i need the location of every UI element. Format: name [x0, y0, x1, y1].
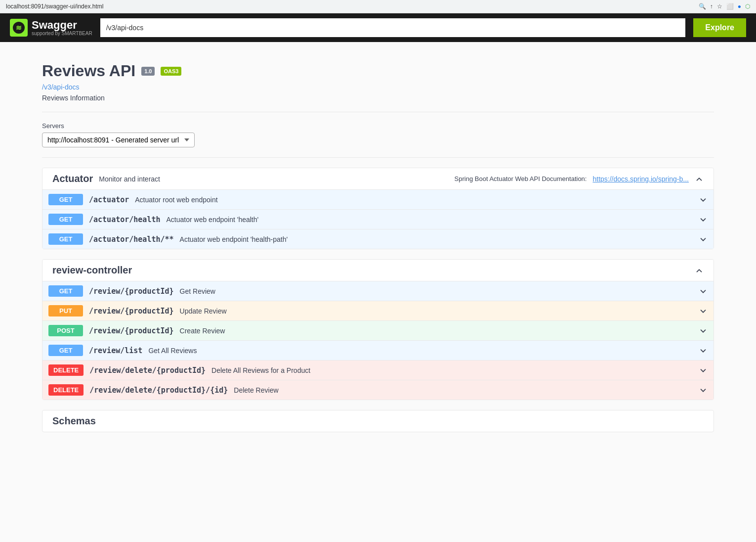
review-method-get-0: GET: [48, 285, 83, 297]
review-chevron-row-5: [699, 386, 708, 395]
endpoint-chevron-0: [699, 195, 708, 204]
review-right: [695, 266, 704, 275]
review-path-0: /review/{productId}: [89, 287, 174, 296]
api-docs-link[interactable]: /v3/api-docs: [42, 83, 79, 91]
browser-url: localhost:8091/swagger-ui/index.html: [6, 3, 695, 10]
api-url-input[interactable]: [100, 18, 686, 37]
review-summary-4: Delete All Reviews for a Product: [211, 366, 310, 374]
schemas-section[interactable]: Schemas: [42, 410, 714, 432]
swagger-header: ≋ Swagger supported by SMARTBEAR Explore: [0, 13, 756, 42]
review-summary-1: Update Review: [180, 307, 227, 315]
actuator-group-header[interactable]: Actuator Monitor and interact Spring Boo…: [42, 168, 714, 189]
method-badge-get-0: GET: [48, 194, 83, 205]
api-title-section: Reviews API 1.0 OAS3 /v3/api-docs Review…: [42, 52, 714, 112]
api-title: Reviews API: [42, 62, 135, 80]
endpoint-summary-2: Actuator web endpoint 'health-path': [180, 235, 288, 243]
swagger-logo-text: Swagger supported by SMARTBEAR: [32, 20, 92, 36]
review-summary-5: Delete Review: [234, 386, 278, 394]
actuator-desc: Monitor and interact: [99, 175, 160, 183]
share-icon[interactable]: ↑: [710, 3, 713, 10]
endpoint-path-2: /actuator/health/**: [89, 235, 174, 244]
review-controller-header[interactable]: review-controller: [42, 260, 714, 281]
endpoint-summary-1: Actuator web endpoint 'health': [167, 216, 259, 224]
actuator-title-row: Actuator Monitor and interact: [52, 173, 160, 184]
api-info-text: Reviews Information: [42, 94, 714, 102]
review-endpoint-row-1[interactable]: PUT /review/{productId} Update Review: [42, 301, 714, 320]
review-chevron-row-4: [699, 366, 708, 375]
actuator-chevron-up-icon: [695, 175, 704, 183]
servers-section: Servers http://localhost:8091 - Generate…: [42, 122, 714, 147]
review-method-delete-5: DELETE: [48, 384, 84, 396]
review-path-1: /review/{productId}: [89, 307, 174, 316]
actuator-right: Spring Boot Actuator Web API Documentati…: [455, 175, 704, 183]
review-endpoint-row-0[interactable]: GET /review/{productId} Get Review: [42, 281, 714, 301]
review-method-post-2: POST: [48, 325, 83, 336]
menu-icon[interactable]: ⬡: [745, 3, 750, 10]
actuator-endpoint-row-0[interactable]: GET /actuator Actuator root web endpoint: [42, 189, 714, 209]
review-path-4: /review/delete/{productId}: [89, 366, 206, 375]
browser-bar: localhost:8091/swagger-ui/index.html 🔍 ↑…: [0, 0, 756, 13]
review-endpoint-row-5[interactable]: DELETE /review/delete/{productId}/{id} D…: [42, 380, 714, 400]
review-endpoint-row-3[interactable]: GET /review/list Get All Reviews: [42, 340, 714, 360]
review-method-get-3: GET: [48, 345, 83, 356]
star-icon[interactable]: ☆: [717, 3, 722, 10]
swagger-logo-name: Swagger: [32, 20, 92, 31]
explore-button[interactable]: Explore: [693, 18, 746, 37]
actuator-title: Actuator: [52, 173, 93, 184]
oas3-badge: OAS3: [161, 67, 181, 76]
endpoint-summary-0: Actuator root web endpoint: [135, 196, 217, 204]
main-content: Reviews API 1.0 OAS3 /v3/api-docs Review…: [32, 42, 724, 452]
review-summary-2: Create Review: [180, 327, 225, 335]
extension-icon[interactable]: ⬜: [726, 3, 734, 10]
profile-icon[interactable]: ●: [738, 3, 741, 10]
servers-label: Servers: [42, 122, 714, 130]
review-method-put-1: PUT: [48, 305, 83, 316]
review-path-3: /review/list: [89, 346, 142, 355]
actuator-spring-text: Spring Boot Actuator Web API Documentati…: [455, 175, 587, 182]
endpoint-chevron-1: [699, 215, 708, 224]
api-title-row: Reviews API 1.0 OAS3: [42, 62, 714, 80]
review-endpoint-row-2[interactable]: POST /review/{productId} Create Review: [42, 320, 714, 340]
endpoint-path-1: /actuator/health: [89, 215, 161, 224]
swagger-logo: ≋ Swagger supported by SMARTBEAR: [10, 19, 92, 37]
version-badge: 1.0: [141, 67, 155, 76]
search-icon[interactable]: 🔍: [699, 3, 706, 10]
review-chevron-up-icon: [695, 266, 704, 275]
review-chevron-row-3: [699, 346, 708, 355]
review-summary-0: Get Review: [180, 287, 215, 295]
svg-text:≋: ≋: [16, 24, 22, 32]
schemas-title: Schemas: [52, 415, 96, 426]
review-method-delete-4: DELETE: [48, 364, 84, 376]
actuator-endpoint-row-2[interactable]: GET /actuator/health/** Actuator web end…: [42, 229, 714, 249]
browser-icons: 🔍 ↑ ☆ ⬜ ● ⬡: [699, 3, 750, 10]
swagger-logo-icon: ≋: [10, 19, 28, 37]
review-path-5: /review/delete/{productId}/{id}: [89, 386, 228, 395]
section-divider: [42, 157, 714, 158]
review-endpoint-row-4[interactable]: DELETE /review/delete/{productId} Delete…: [42, 360, 714, 380]
method-badge-get-1: GET: [48, 214, 83, 225]
review-chevron-row-0: [699, 287, 708, 296]
endpoint-chevron-2: [699, 235, 708, 244]
review-title-row: review-controller: [52, 265, 132, 276]
review-path-2: /review/{productId}: [89, 326, 174, 335]
servers-select[interactable]: http://localhost:8091 - Generated server…: [42, 133, 195, 147]
review-controller-group: review-controller GET /review/{productId…: [42, 259, 714, 400]
actuator-endpoint-row-1[interactable]: GET /actuator/health Actuator web endpoi…: [42, 209, 714, 229]
actuator-spring-link[interactable]: https://docs.spring.io/spring-b...: [592, 175, 689, 183]
review-chevron-row-1: [699, 307, 708, 316]
method-badge-get-2: GET: [48, 233, 83, 245]
swagger-logo-sub: supported by SMARTBEAR: [32, 31, 92, 36]
review-summary-3: Get All Reviews: [148, 347, 197, 355]
actuator-group: Actuator Monitor and interact Spring Boo…: [42, 168, 714, 249]
review-controller-title: review-controller: [52, 265, 132, 276]
review-chevron-row-2: [699, 326, 708, 335]
endpoint-path-0: /actuator: [89, 195, 129, 204]
